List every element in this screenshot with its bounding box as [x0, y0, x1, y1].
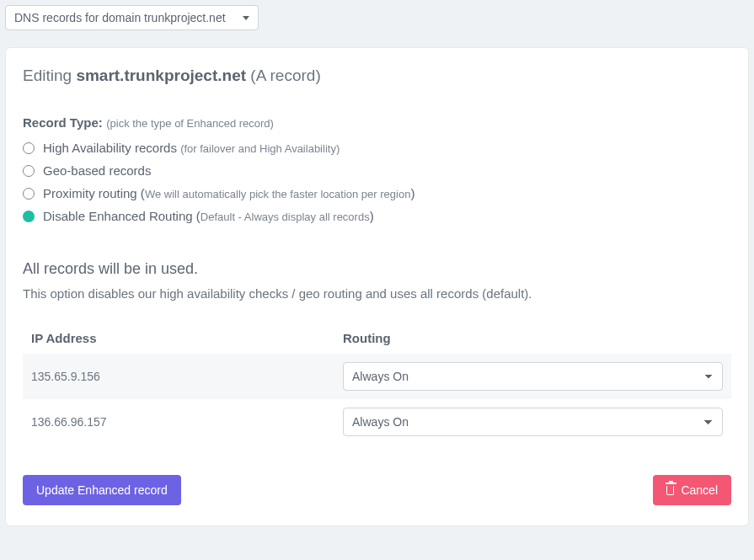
- records-table: IP Address Routing 135.65.9.156 Always O…: [23, 323, 731, 445]
- radio-option-proximity[interactable]: Proximity routing (We will automatically…: [23, 186, 731, 200]
- record-type-hint: (pick the type of Enhanced record): [106, 117, 274, 130]
- record-type-section: Record Type: (pick the type of Enhanced …: [23, 115, 731, 131]
- radio-icon: [23, 142, 35, 154]
- record-type-radio-group: High Availability records (for failover …: [23, 141, 731, 223]
- heading-suffix: (A record): [246, 67, 321, 84]
- domain-dropdown-label: DNS records for domain trunkproject.net: [14, 11, 226, 24]
- routing-select[interactable]: Always On: [343, 362, 723, 391]
- heading-domain: smart.trunkproject.net: [76, 67, 246, 84]
- section-title: All records will be in used.: [23, 260, 731, 278]
- edit-record-card: Editing smart.trunkproject.net (A record…: [5, 47, 749, 526]
- radio-icon: [23, 188, 35, 200]
- radio-icon: [23, 165, 35, 177]
- table-header-routing: Routing: [334, 323, 731, 354]
- radio-option-disable[interactable]: Disable Enhanced Routing (Default - Alwa…: [23, 209, 731, 223]
- domain-dropdown[interactable]: DNS records for domain trunkproject.net: [5, 5, 259, 30]
- update-button-label: Update Enhanced record: [36, 483, 168, 497]
- radio-label: Proximity routing (We will automatically…: [43, 186, 414, 200]
- radio-label: Geo-based records: [43, 163, 151, 178]
- cell-ip: 135.65.9.156: [23, 354, 334, 399]
- trash-icon: [666, 486, 674, 495]
- record-type-label: Record Type:: [23, 115, 103, 130]
- radio-label: High Availability records (for failover …: [43, 141, 340, 155]
- radio-selected-icon: [23, 211, 35, 222]
- update-button[interactable]: Update Enhanced record: [23, 475, 181, 505]
- chevron-down-icon: [243, 16, 249, 20]
- action-bar: Update Enhanced record Cancel: [23, 475, 731, 505]
- radio-label: Disable Enhanced Routing (Default - Alwa…: [43, 209, 374, 223]
- cell-ip: 136.66.96.157: [23, 399, 334, 445]
- radio-option-geo[interactable]: Geo-based records: [23, 163, 731, 178]
- cancel-button[interactable]: Cancel: [653, 475, 731, 505]
- cancel-button-label: Cancel: [681, 483, 718, 497]
- page-title: Editing smart.trunkproject.net (A record…: [23, 67, 731, 85]
- routing-select[interactable]: Always On: [343, 408, 723, 436]
- radio-option-ha[interactable]: High Availability records (for failover …: [23, 141, 731, 155]
- section-desc: This option disables our high availabili…: [23, 286, 731, 301]
- table-header-ip: IP Address: [23, 323, 334, 354]
- table-row: 136.66.96.157 Always On: [23, 399, 731, 445]
- table-row: 135.65.9.156 Always On: [23, 354, 731, 399]
- heading-prefix: Editing: [23, 67, 76, 84]
